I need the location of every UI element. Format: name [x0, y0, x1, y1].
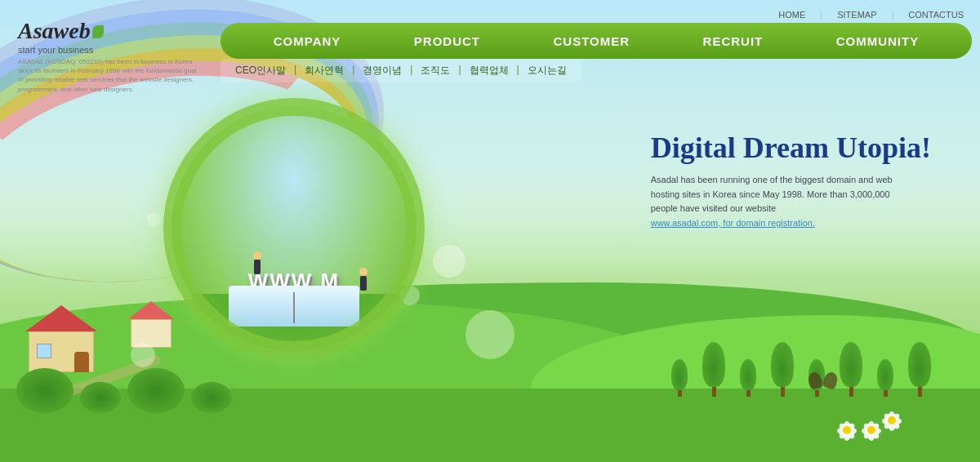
- tree-7: [877, 359, 893, 397]
- butterfly: [808, 372, 837, 393]
- main-nav: COMPANY PRODUCT CUSTOMER RECRUIT COMMUNI…: [220, 23, 972, 59]
- sub-nav: CEO인사말 | 회사연혁 | 경영이념 | 조직도 | 협력업체 | 오시는길: [220, 59, 581, 82]
- logo: Asaweb start your business ASADAL (KOSDA…: [18, 18, 198, 94]
- house-left: [29, 331, 97, 372]
- top-nav-sitemap[interactable]: SITEMAP: [837, 10, 876, 20]
- subnav-org[interactable]: 조직도: [412, 62, 458, 79]
- tree-4: [771, 342, 794, 397]
- bokeh-4: [147, 212, 162, 227]
- flower-1: [843, 426, 851, 434]
- hero-title-normal: Digital Dream: [651, 131, 836, 164]
- figure-2: [359, 268, 368, 291]
- circle-ring: [163, 98, 425, 359]
- flower-3: [888, 416, 896, 424]
- subnav-philosophy[interactable]: 경영이념: [354, 62, 410, 79]
- subnav-directions[interactable]: 오시는길: [519, 62, 575, 79]
- header: HOME | SITEMAP | CONTACTUS Asaweb start …: [0, 0, 980, 98]
- tree-6: [840, 342, 862, 397]
- tree-3: [740, 359, 756, 397]
- nav-community[interactable]: COMMUNITY: [828, 31, 928, 51]
- subnav-history[interactable]: 회사연혁: [296, 62, 352, 79]
- top-nav: HOME | SITEMAP | CONTACTUS: [778, 10, 964, 20]
- flower-2: [867, 426, 875, 434]
- logo-leaf-icon: [92, 25, 104, 38]
- hero-title: Digital Dream Utopia!: [651, 131, 931, 165]
- top-nav-home[interactable]: HOME: [778, 10, 805, 20]
- tree-8: [908, 342, 931, 397]
- subnav-partners[interactable]: 협력업체: [461, 62, 517, 79]
- bokeh-3: [466, 310, 514, 359]
- subnav-ceo[interactable]: CEO인사말: [227, 62, 294, 79]
- nav-product[interactable]: PRODUCT: [406, 31, 488, 51]
- trees-row: [671, 342, 931, 397]
- logo-desc: ASADAL (KOSDAQ: 053210) has been in busi…: [18, 57, 198, 94]
- figure-1: [253, 251, 261, 274]
- hero-title-bold: Utopia!: [836, 131, 931, 164]
- nav-customer[interactable]: CUSTOMER: [545, 31, 638, 51]
- tree-1: [671, 359, 688, 397]
- top-nav-contact[interactable]: CONTACTUS: [908, 10, 964, 20]
- logo-brand[interactable]: Asaweb: [18, 18, 198, 44]
- hero-section: Digital Dream Utopia! Asadal has been ru…: [651, 131, 931, 230]
- nav-recruit[interactable]: RECRUIT: [695, 31, 772, 51]
- logo-text: Asaweb: [18, 18, 91, 43]
- bokeh-5: [131, 343, 155, 367]
- hero-link[interactable]: www.asadal.com, for domain registration.: [651, 218, 815, 228]
- left-bushes: [16, 368, 232, 413]
- logo-tagline: start your business: [18, 45, 198, 55]
- hero-desc: Asadal has been running one of the bigge…: [651, 173, 912, 230]
- bokeh-1: [433, 245, 466, 278]
- nav-company[interactable]: COMPANY: [265, 31, 350, 51]
- tree-2: [702, 342, 725, 397]
- flowers: [840, 416, 898, 438]
